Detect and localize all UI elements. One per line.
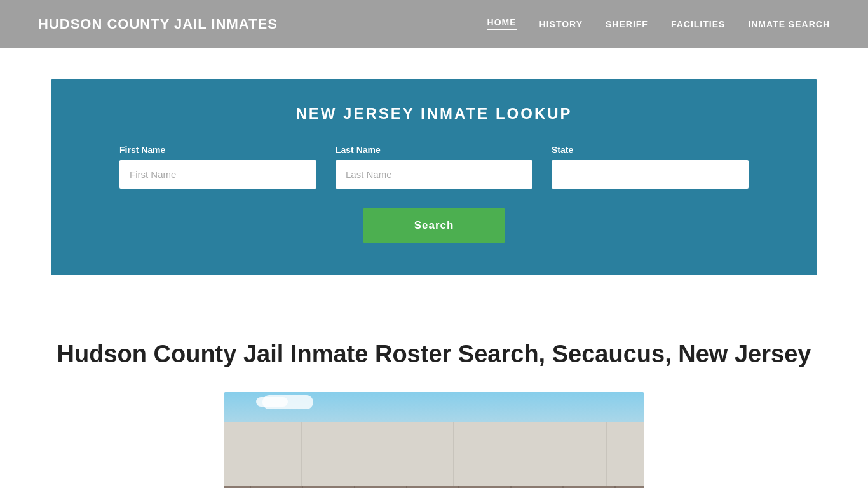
state-label: State — [552, 145, 749, 155]
last-name-group: Last Name — [336, 145, 532, 189]
first-name-group: First Name — [119, 145, 316, 189]
search-section: NEW JERSEY INMATE LOOKUP First Name Last… — [51, 79, 817, 275]
last-name-label: Last Name — [336, 145, 532, 155]
nav-inmate-search[interactable]: INMATE SEARCH — [748, 19, 830, 29]
first-name-input[interactable] — [119, 160, 316, 189]
search-section-title: NEW JERSEY INMATE LOOKUP — [89, 105, 779, 123]
nav-facilities[interactable]: FACILITIES — [671, 19, 725, 29]
sky-area — [224, 392, 644, 428]
site-title: HUDSON COUNTY JAIL INMATES — [38, 16, 278, 32]
search-button[interactable]: Search — [363, 208, 505, 243]
main-nav: HOME HISTORY SHERIFF FACILITIES INMATE S… — [487, 17, 830, 30]
nav-home[interactable]: HOME — [487, 17, 517, 30]
first-name-label: First Name — [119, 145, 316, 155]
cloud-2 — [256, 397, 288, 407]
last-name-input[interactable] — [336, 160, 532, 189]
state-group: State New Jersey — [552, 145, 749, 189]
nav-history[interactable]: HISTORY — [539, 19, 583, 29]
building-image — [224, 392, 644, 488]
search-button-wrapper: Search — [89, 208, 779, 243]
nav-sheriff[interactable]: SHERIFF — [606, 19, 648, 29]
search-fields: First Name Last Name State New Jersey — [89, 145, 779, 189]
state-input[interactable]: New Jersey — [552, 160, 749, 189]
page-heading: Hudson County Jail Inmate Roster Search,… — [51, 339, 817, 370]
main-content: Hudson County Jail Inmate Roster Search,… — [0, 307, 868, 488]
site-header: HUDSON COUNTY JAIL INMATES HOME HISTORY … — [0, 0, 868, 48]
